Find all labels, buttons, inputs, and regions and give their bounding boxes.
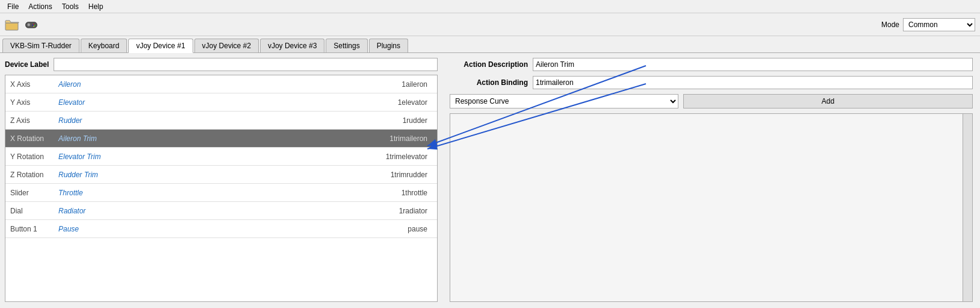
svg-rect-0: [5, 23, 18, 30]
menu-bar: File Actions Tools Help: [0, 0, 980, 13]
action-binding-input[interactable]: [533, 76, 973, 89]
axis-binding: pause: [408, 225, 427, 233]
axis-name: Radiator: [58, 207, 399, 215]
toolbar-left: [5, 17, 39, 32]
axis-label: Button 1: [10, 225, 58, 233]
tab-vkb-sim-t-rudder[interactable]: VKB-Sim T-Rudder: [2, 39, 79, 52]
axis-row[interactable]: SliderThrottle1throttle: [5, 184, 437, 202]
axis-row[interactable]: Z RotationRudder Trim1trimrudder: [5, 166, 437, 184]
device-label-text: Device Label: [5, 60, 49, 69]
axis-label: Z Rotation: [10, 171, 58, 179]
axis-label: Y Rotation: [10, 152, 58, 161]
axis-label: Y Axis: [10, 98, 58, 107]
axis-binding: 1trimrudder: [391, 171, 427, 179]
response-curve-select[interactable]: Response Curve: [450, 94, 678, 108]
axis-label: X Axis: [10, 80, 58, 89]
response-area: [450, 113, 973, 302]
device-label-row: Device Label: [5, 58, 438, 71]
axis-name: Elevator: [58, 98, 398, 107]
axis-label: X Rotation: [10, 134, 58, 143]
axis-label: Dial: [10, 207, 58, 215]
axis-binding: 1aileron: [402, 80, 427, 89]
axis-binding: 1rudder: [403, 116, 427, 125]
toolbar-right: Mode Common: [881, 18, 975, 31]
menu-actions[interactable]: Actions: [23, 1, 57, 12]
axis-row[interactable]: X AxisAileron1aileron: [5, 75, 437, 93]
tabs-bar: VKB-Sim T-RudderKeyboardvJoy Device #1vJ…: [0, 36, 980, 53]
tab-keyboard[interactable]: Keyboard: [81, 39, 127, 52]
axis-name: Rudder: [58, 116, 403, 125]
axis-list: X AxisAileron1aileronY AxisElevator1elev…: [5, 75, 437, 301]
axis-binding: 1radiator: [399, 207, 427, 215]
axis-row[interactable]: Button 1Pausepause: [5, 220, 437, 238]
tab-vjoy-device-1[interactable]: vJoy Device #1: [128, 39, 193, 53]
tab-settings[interactable]: Settings: [326, 39, 367, 52]
svg-point-6: [34, 25, 36, 26]
action-binding-row: Action Binding: [450, 76, 973, 89]
axis-row[interactable]: Y AxisElevator1elevator: [5, 93, 437, 112]
device-label-input[interactable]: [54, 58, 438, 71]
axis-name: Pause: [58, 225, 408, 233]
svg-point-8: [33, 25, 34, 27]
axis-binding: 1elevator: [398, 98, 427, 107]
svg-point-5: [33, 24, 34, 25]
tab-plugins[interactable]: Plugins: [369, 39, 408, 52]
axis-row[interactable]: DialRadiator1radiator: [5, 202, 437, 220]
action-description-label: Action Description: [450, 60, 528, 69]
axis-row[interactable]: Y RotationElevator Trim1trimelevator: [5, 148, 437, 166]
response-area-scrollbar[interactable]: [963, 114, 972, 301]
axis-label: Slider: [10, 189, 58, 197]
action-binding-label: Action Binding: [450, 78, 528, 87]
axis-binding: 1trimelevator: [386, 152, 427, 161]
main-content: Device Label X AxisAileron1aileronY Axis…: [0, 53, 980, 307]
axis-row[interactable]: Z AxisRudder1rudder: [5, 112, 437, 130]
axis-row[interactable]: X RotationAileron Trim1trimaileron: [5, 130, 437, 148]
menu-file[interactable]: File: [2, 1, 23, 12]
axis-name: Elevator Trim: [58, 152, 386, 161]
toolbar: Mode Common: [0, 13, 980, 36]
response-curve-row: Response Curve Add: [450, 94, 973, 108]
axis-name: Throttle: [58, 189, 402, 197]
tab-vjoy-device-2[interactable]: vJoy Device #2: [194, 39, 259, 52]
axis-label: Z Axis: [10, 116, 58, 125]
right-panel: Action Description Action Binding Respon…: [442, 53, 980, 307]
axis-list-container: X AxisAileron1aileronY AxisElevator1elev…: [5, 75, 438, 302]
tab-vjoy-device-3[interactable]: vJoy Device #3: [260, 39, 324, 52]
menu-tools[interactable]: Tools: [57, 1, 84, 12]
open-folder-icon[interactable]: [5, 17, 19, 32]
axis-name: Rudder Trim: [58, 171, 391, 179]
axis-binding: 1throttle: [402, 189, 427, 197]
svg-point-7: [33, 25, 34, 26]
axis-name: Aileron: [58, 80, 402, 89]
left-panel: Device Label X AxisAileron1aileronY Axis…: [0, 53, 442, 307]
menu-help[interactable]: Help: [84, 1, 108, 12]
axis-binding: 1trimaileron: [389, 134, 427, 143]
axis-name: Aileron Trim: [58, 134, 389, 143]
gamepad-icon[interactable]: [24, 17, 39, 32]
mode-label: Mode: [881, 20, 899, 29]
svg-rect-4: [28, 23, 29, 25]
action-description-input[interactable]: [533, 58, 973, 71]
add-button[interactable]: Add: [683, 94, 973, 108]
mode-select[interactable]: Common: [903, 18, 975, 31]
action-description-row: Action Description: [450, 58, 973, 71]
